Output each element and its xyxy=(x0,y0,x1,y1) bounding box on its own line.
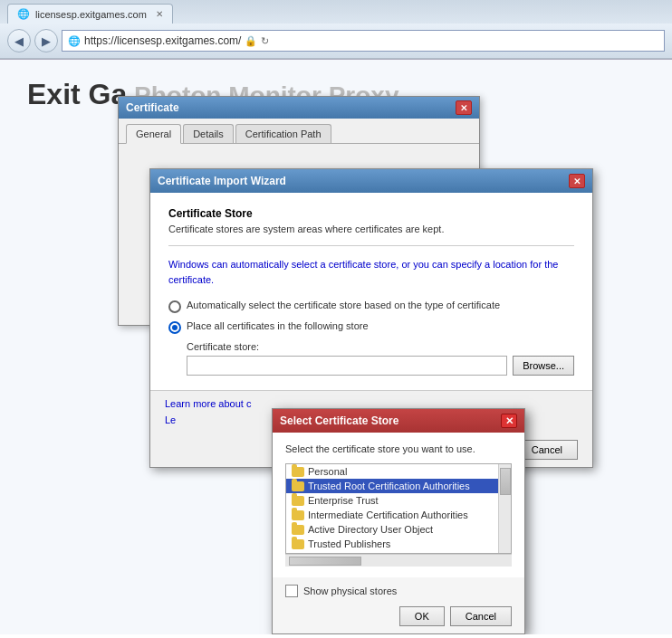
store-item-trusted-root[interactable]: Trusted Root Certification Authorities xyxy=(286,479,498,493)
scrollbar-thumb xyxy=(500,468,511,495)
wizard-titlebar: Certificate Import Wizard ✕ xyxy=(150,169,592,193)
radio-auto-circle[interactable] xyxy=(168,300,181,313)
wizard-body: Certificate Store Certificate stores are… xyxy=(150,193,592,390)
radio-manual-circle[interactable] xyxy=(168,321,181,334)
select-store-desc: Select the certificate store you want to… xyxy=(285,443,512,454)
store-item-personal-label: Personal xyxy=(308,466,347,477)
browse-button[interactable]: Browse... xyxy=(513,356,574,376)
back-button[interactable]: ◀ xyxy=(7,29,31,52)
wizard-section-desc: Certificate stores are system areas wher… xyxy=(168,224,574,234)
forward-button[interactable]: ▶ xyxy=(34,29,58,52)
store-item-trusted-pub-label: Trusted Publishers xyxy=(308,538,390,549)
select-store-body: Select the certificate store you want to… xyxy=(273,433,524,577)
horizontal-scrollbar[interactable] xyxy=(285,554,512,567)
tab-close-button[interactable]: ✕ xyxy=(156,9,163,19)
cert-store-input[interactable] xyxy=(187,356,507,376)
address-text: https://licensesp.exitgames.com/ xyxy=(84,34,241,47)
radio-manual-option[interactable]: Place all certificates in the following … xyxy=(168,320,574,334)
cert-store-input-row: Browse... xyxy=(187,356,574,376)
wizard-close-button[interactable]: ✕ xyxy=(569,174,585,188)
select-store-title: Select Certificate Store xyxy=(280,414,398,427)
select-store-titlebar: Select Certificate Store ✕ xyxy=(273,409,524,433)
store-item-trusted-pub[interactable]: Trusted Publishers xyxy=(286,537,498,551)
cert-dialog-title: Certificate xyxy=(126,101,179,114)
cert-tab-general[interactable]: General xyxy=(126,124,181,144)
wizard-title: Certificate Import Wizard xyxy=(158,175,286,187)
radio-manual-label: Place all certificates in the following … xyxy=(187,320,369,331)
store-item-enterprise-label: Enterprise Trust xyxy=(308,495,379,506)
store-item-ad-label: Active Directory User Object xyxy=(308,524,433,535)
select-store-buttons: OK Cancel xyxy=(285,606,512,626)
store-item-personal[interactable]: Personal xyxy=(286,464,498,479)
folder-trusted-pub-icon xyxy=(292,539,304,549)
store-tree-scrollbar[interactable] xyxy=(498,464,511,553)
select-store-dialog: Select Certificate Store ✕ Select the ce… xyxy=(272,408,525,634)
store-item-trusted-root-label: Trusted Root Certification Authorities xyxy=(308,481,470,491)
cert-tab-certification-path[interactable]: Certification Path xyxy=(235,124,331,143)
cert-store-label: Certificate store: xyxy=(187,341,574,352)
select-store-cancel-button[interactable]: Cancel xyxy=(450,606,512,626)
browser-page: Exit Ga Photon Monitor Proxy Certificate… xyxy=(0,60,672,634)
wizard-divider xyxy=(168,245,574,246)
cert-dialog-titlebar: Certificate ✕ xyxy=(119,97,479,119)
store-item-ad-user[interactable]: Active Directory User Object xyxy=(286,522,498,537)
browser-tab[interactable]: 🌐 licensesp.exitgames.com ✕ xyxy=(7,4,173,24)
horizontal-scroll-thumb xyxy=(289,557,361,566)
cert-tab-details[interactable]: Details xyxy=(183,124,234,143)
cert-dialog-tabs: General Details Certification Path xyxy=(119,119,479,144)
show-physical-stores-row[interactable]: Show physical stores xyxy=(285,585,512,597)
address-favicon-icon: 🌐 xyxy=(68,35,81,47)
browser-toolbar: ◀ ▶ 🌐 https://licensesp.exitgames.com/ 🔒… xyxy=(0,24,672,59)
store-item-enterprise[interactable]: Enterprise Trust xyxy=(286,493,498,508)
store-item-intermediate-label: Intermediate Certification Authorities xyxy=(308,509,468,520)
radio-auto-label: Automatically select the certificate sto… xyxy=(187,300,500,310)
store-item-intermediate[interactable]: Intermediate Certification Authorities xyxy=(286,508,498,522)
wizard-section-title: Certificate Store xyxy=(168,207,574,220)
folder-intermediate-icon xyxy=(292,510,304,520)
radio-auto-option[interactable]: Automatically select the certificate sto… xyxy=(168,300,574,313)
tab-label: licensesp.exitgames.com xyxy=(35,9,147,20)
cert-dialog-close-button[interactable]: ✕ xyxy=(456,100,472,115)
tab-bar: 🌐 licensesp.exitgames.com ✕ xyxy=(0,0,672,24)
store-tree[interactable]: Personal Trusted Root Certification Auth… xyxy=(285,463,512,554)
select-store-close-button[interactable]: ✕ xyxy=(501,414,517,428)
show-physical-stores-label: Show physical stores xyxy=(303,586,397,596)
folder-enterprise-icon xyxy=(292,496,304,506)
lock-icon: 🔒 xyxy=(245,35,257,47)
browser-chrome: 🌐 licensesp.exitgames.com ✕ ◀ ▶ 🌐 https:… xyxy=(0,0,672,60)
wizard-info-text: Windows can automatically select a certi… xyxy=(168,257,574,287)
folder-trusted-root-icon xyxy=(292,481,304,491)
select-store-footer: Show physical stores OK Cancel xyxy=(273,577,524,633)
address-bar[interactable]: 🌐 https://licensesp.exitgames.com/ 🔒 ↻ xyxy=(62,30,665,52)
folder-ad-icon xyxy=(292,525,304,535)
refresh-icon[interactable]: ↻ xyxy=(261,35,269,47)
tab-favicon-icon: 🌐 xyxy=(17,8,30,20)
folder-personal-icon xyxy=(292,467,304,477)
show-physical-stores-checkbox[interactable] xyxy=(285,585,298,597)
select-store-ok-button[interactable]: OK xyxy=(399,606,445,626)
